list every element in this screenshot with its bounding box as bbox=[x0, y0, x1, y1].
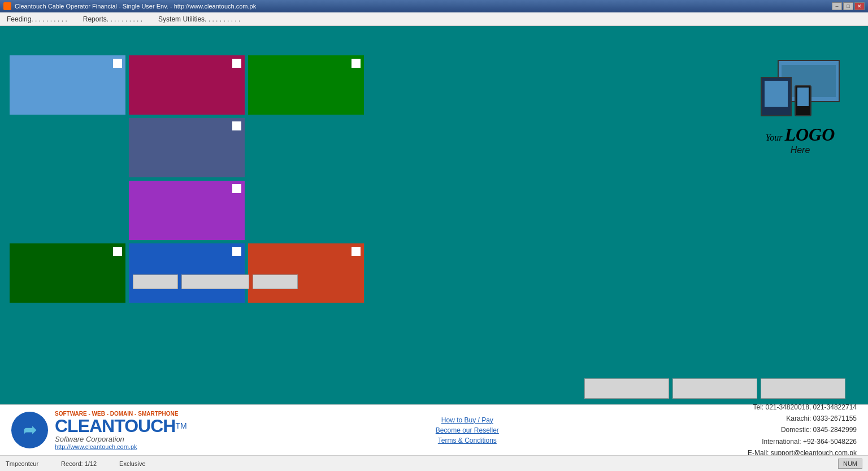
tile-empty-4 bbox=[248, 181, 364, 240]
content-area: Your LOGO Here bbox=[0, 26, 868, 404]
menu-feeding[interactable]: Feeding. . . . . . . . . . bbox=[5, 14, 70, 24]
tile-4-icon bbox=[232, 121, 241, 130]
cleantouch-logo-icon: ➦ bbox=[11, 412, 48, 448]
bottom-button-2[interactable] bbox=[672, 378, 757, 399]
tile-5[interactable] bbox=[129, 181, 245, 240]
tile-empty-2 bbox=[248, 118, 364, 177]
footer-link-reseller[interactable]: Become our Reseller bbox=[436, 426, 499, 434]
bottom-buttons-area bbox=[584, 378, 845, 399]
tile-empty-1 bbox=[10, 118, 125, 177]
footer-international: International: +92-364-5048226 bbox=[748, 436, 857, 447]
bottom-button-1[interactable] bbox=[584, 378, 669, 399]
tile-8-icon bbox=[351, 247, 361, 256]
footer-contact-section: Tel: 021-34820018, 021-34822714 Karachi:… bbox=[748, 402, 857, 459]
tile-row-1 bbox=[8, 54, 365, 116]
tile-6-icon bbox=[113, 247, 122, 256]
footer-brand: SOFTWARE - WEB - DOMAIN - SMARTPHONE CLE… bbox=[55, 411, 187, 450]
logo-area: Your LOGO Here bbox=[761, 60, 840, 155]
title-bar-text: Cleantouch Cable Operator Financial - Si… bbox=[15, 3, 256, 10]
your-label: Your LOGO bbox=[766, 133, 835, 142]
tile-3[interactable] bbox=[248, 55, 364, 115]
tile-button-2[interactable] bbox=[181, 274, 249, 289]
footer-tm: TM bbox=[175, 421, 186, 430]
tile-2[interactable] bbox=[129, 55, 245, 115]
footer-domestic: Domestic: 0345-2842999 bbox=[748, 424, 857, 435]
close-button[interactable]: ✕ bbox=[854, 2, 865, 10]
menu-bar: Feeding. . . . . . . . . . Reports. . . … bbox=[0, 12, 868, 26]
tile-button-3[interactable] bbox=[253, 274, 298, 289]
footer-brand-name-row: CLEANTOUCHTM bbox=[55, 417, 187, 435]
tablet-graphic bbox=[761, 77, 792, 116]
title-bar: Cleantouch Cable Operator Financial - Si… bbox=[0, 0, 868, 12]
tile-7-icon bbox=[232, 247, 241, 256]
status-num: NUM bbox=[838, 459, 862, 469]
footer-link-terms[interactable]: Terms & Conditions bbox=[436, 437, 499, 444]
tile-row-3 bbox=[8, 180, 365, 241]
tile-6[interactable] bbox=[10, 243, 125, 303]
menu-reports[interactable]: Reports. . . . . . . . . . bbox=[81, 14, 145, 24]
menu-system-utilities[interactable]: System Utilities. . . . . . . . . . bbox=[156, 14, 242, 24]
title-bar-controls: – □ ✕ bbox=[832, 2, 865, 10]
tile-5-icon bbox=[232, 184, 241, 193]
status-bar: Tmpcontcur Record: 1/12 Exclusive NUM bbox=[0, 455, 868, 471]
tile-button-1[interactable] bbox=[133, 274, 178, 289]
tile-row-4 bbox=[8, 242, 365, 304]
title-bar-left: Cleantouch Cable Operator Financial - Si… bbox=[3, 2, 256, 10]
phone-graphic bbox=[795, 85, 811, 116]
minimize-button[interactable]: – bbox=[832, 2, 842, 10]
maximize-button[interactable]: □ bbox=[843, 2, 853, 10]
app-window: Cleantouch Cable Operator Financial - Si… bbox=[0, 0, 868, 471]
tile-3-icon bbox=[351, 59, 361, 68]
here-label: Here bbox=[791, 145, 810, 155]
tiles-container bbox=[8, 54, 365, 305]
tile-buttons bbox=[133, 274, 298, 289]
logo-arrow: ➦ bbox=[23, 421, 36, 439]
tile-2-icon bbox=[232, 59, 241, 68]
logo-device-container bbox=[761, 60, 840, 116]
tile-1-icon bbox=[113, 59, 122, 68]
footer-logo-section: ➦ SOFTWARE - WEB - DOMAIN - SMARTPHONE C… bbox=[11, 411, 187, 450]
tile-empty-3 bbox=[10, 181, 125, 240]
footer-corp: Software Corporation bbox=[55, 435, 187, 443]
footer-karachi: Karachi: 0333-2671155 bbox=[748, 413, 857, 424]
status-form-name: Tmpcontcur bbox=[6, 460, 38, 467]
status-record: Record: 1/12 bbox=[61, 460, 97, 467]
tile-row-2 bbox=[8, 117, 365, 178]
tile-7[interactable] bbox=[129, 243, 245, 303]
status-mode: Exclusive bbox=[119, 460, 145, 467]
tablet-screen bbox=[765, 81, 788, 107]
footer-link-buy[interactable]: How to Buy / Pay bbox=[436, 416, 499, 424]
footer-brand-name: CLEANTOUCH bbox=[55, 416, 175, 436]
tile-1[interactable] bbox=[10, 55, 125, 115]
your-logo-text: Your LOGO bbox=[766, 124, 835, 145]
app-icon bbox=[3, 2, 11, 10]
tile-8[interactable] bbox=[248, 243, 364, 303]
phone-screen bbox=[797, 88, 809, 106]
tile-4[interactable] bbox=[129, 118, 245, 177]
bottom-button-3[interactable] bbox=[761, 378, 845, 399]
footer: ➦ SOFTWARE - WEB - DOMAIN - SMARTPHONE C… bbox=[0, 404, 868, 455]
footer-links-section: How to Buy / Pay Become our Reseller Ter… bbox=[436, 416, 499, 444]
footer-tel: Tel: 021-34820018, 021-34822714 bbox=[748, 402, 857, 413]
footer-url[interactable]: http://www.cleantouch.com.pk bbox=[55, 443, 187, 450]
